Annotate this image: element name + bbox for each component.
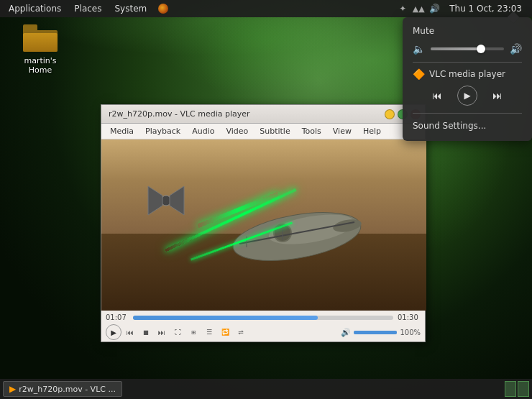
home-folder-label: martin's Home xyxy=(24,56,56,75)
network-icon[interactable]: ▲▲ xyxy=(412,2,425,15)
popup-volume-slider[interactable] xyxy=(431,47,504,50)
popup-vlc-cone-icon: 🔶 xyxy=(413,68,425,80)
progress-track[interactable] xyxy=(133,316,393,320)
popup-player-controls: ⏮ ▶ ⏭ xyxy=(413,86,522,106)
progress-bar-area: 01:07 01:30 xyxy=(106,313,421,321)
menu-tools[interactable]: Tools xyxy=(296,125,327,137)
taskbar-corner-2[interactable] xyxy=(518,381,529,397)
volume-percent: 100% xyxy=(400,329,421,336)
taskbar-vlc-cone-icon: ▶ xyxy=(9,384,16,394)
volume-track[interactable] xyxy=(354,331,397,334)
svg-marker-2 xyxy=(148,186,162,215)
menu-subtitle[interactable]: Subtitle xyxy=(254,125,295,137)
extended-button[interactable]: ⊞ xyxy=(186,325,201,339)
next-button[interactable]: ⏭ xyxy=(155,325,169,339)
menu-video[interactable]: Video xyxy=(220,125,254,137)
popup-prev-button[interactable]: ⏮ xyxy=(428,87,446,104)
play-button[interactable]: ▶ xyxy=(106,324,121,340)
system-menu[interactable]: System xyxy=(109,0,152,17)
vlc-controls: 01:07 01:30 ▶ ⏮ ⏹ ⏭ ⛶ ⊞ ☰ 🔁 ⇌ 🔊 xyxy=(101,311,425,341)
video-scene xyxy=(101,139,426,311)
popup-divider-1 xyxy=(413,62,522,63)
popup-vol-max-icon: 🔊 xyxy=(510,43,522,55)
random-button[interactable]: ⇌ xyxy=(234,325,248,339)
time-current: 01:07 xyxy=(106,313,129,321)
places-menu[interactable]: Places xyxy=(68,0,107,17)
svg-marker-3 xyxy=(170,186,184,215)
loop-button[interactable]: 🔁 xyxy=(218,325,232,339)
vlc-title-text: r2w_h720p.mov - VLC media player xyxy=(109,109,382,119)
applications-menu[interactable]: Applications xyxy=(3,0,67,17)
previous-button[interactable]: ⏮ xyxy=(123,325,137,339)
popup-divider-2 xyxy=(413,113,522,114)
popup-slider-handle[interactable] xyxy=(477,45,485,53)
menu-view[interactable]: View xyxy=(327,125,357,137)
desktop: Applications Places System ✦ ▲▲ 🔊 Thu 1 … xyxy=(0,0,532,399)
vlc-window: r2w_h720p.mov - VLC media player Media P… xyxy=(101,104,426,342)
taskbar: ▶ r2w_h720p.mov - VLC ... xyxy=(0,379,532,399)
minimize-button[interactable] xyxy=(385,109,395,119)
volume-icon[interactable]: 🔊 xyxy=(428,2,441,15)
panel-left: Applications Places System xyxy=(0,0,170,17)
menu-media[interactable]: Media xyxy=(104,125,139,137)
popup-slider-row: 🔈 🔊 xyxy=(413,43,522,55)
control-buttons-row: ▶ ⏮ ⏹ ⏭ ⛶ ⊞ ☰ 🔁 ⇌ 🔊 100% xyxy=(106,324,421,340)
sound-settings-link[interactable]: Sound Settings... xyxy=(413,119,522,132)
vlc-video-area[interactable] xyxy=(101,139,426,311)
menu-help[interactable]: Help xyxy=(357,125,387,137)
home-folder-icon[interactable]: martin's Home xyxy=(12,24,69,75)
popup-play-button[interactable]: ▶ xyxy=(457,86,477,106)
tie-fighter xyxy=(145,183,188,219)
volume-speaker-icon: 🔊 xyxy=(341,328,351,337)
popup-vol-min-icon: 🔈 xyxy=(413,43,425,55)
vlc-titlebar[interactable]: r2w_h720p.mov - VLC media player xyxy=(101,105,425,124)
bluetooth-icon[interactable]: ✦ xyxy=(396,2,409,15)
menu-playback[interactable]: Playback xyxy=(139,125,186,137)
volume-area: 🔊 100% xyxy=(341,328,421,337)
playlist-button[interactable]: ☰ xyxy=(202,325,216,339)
taskbar-right xyxy=(505,381,529,397)
volume-popup: Mute 🔈 🔊 🔶 VLC media player ⏮ ▶ ⏭ Sound … xyxy=(403,17,532,141)
menu-audio[interactable]: Audio xyxy=(186,125,220,137)
taskbar-corner-1[interactable] xyxy=(505,381,516,397)
time-total: 01:30 xyxy=(398,313,421,321)
popup-slider-fill xyxy=(431,47,478,50)
taskbar-vlc-item[interactable]: ▶ r2w_h720p.mov - VLC ... xyxy=(3,381,122,397)
popup-vlc-row: 🔶 VLC media player xyxy=(413,68,522,80)
firefox-icon-panel[interactable] xyxy=(157,2,170,15)
fullscreen-button[interactable]: ⛶ xyxy=(170,325,185,339)
taskbar-item-label: r2w_h720p.mov - VLC ... xyxy=(19,385,116,394)
top-panel: Applications Places System ✦ ▲▲ 🔊 Thu 1 … xyxy=(0,0,532,17)
popup-vlc-label: VLC media player xyxy=(429,69,505,79)
popup-next-button[interactable]: ⏭ xyxy=(489,87,506,104)
popup-mute-label: Mute xyxy=(413,26,522,36)
vlc-menubar: Media Playback Audio Video Subtitle Tool… xyxy=(101,124,425,139)
volume-fill xyxy=(354,331,397,334)
progress-fill xyxy=(133,316,318,320)
stop-button[interactable]: ⏹ xyxy=(139,325,153,339)
